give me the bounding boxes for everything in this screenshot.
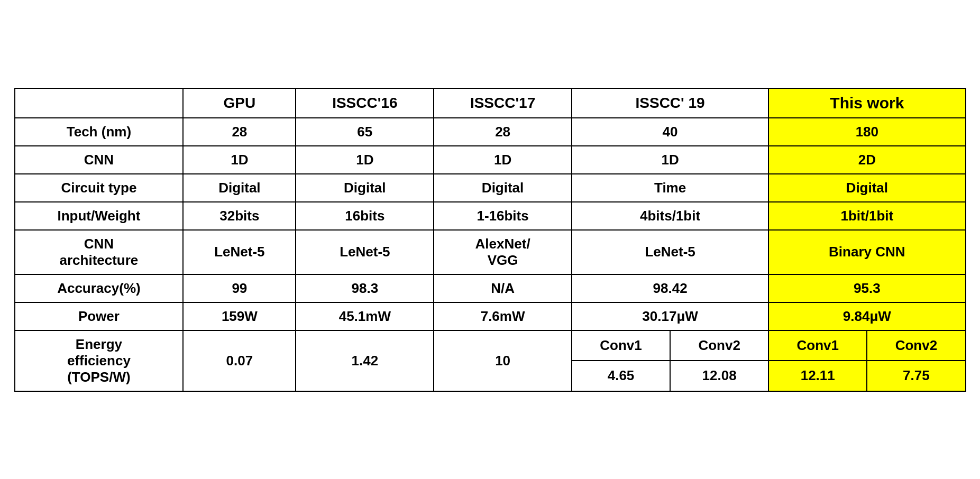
cell-gpu-power: 159W [183, 302, 296, 330]
cell-isscc19-energy-subh2: Conv2 [670, 330, 768, 361]
cell-thiswork-arch: Binary CNN [768, 230, 965, 274]
cell-thiswork-energy-subh1: Conv1 [768, 330, 867, 361]
table-row: CNN 1D 1D 1D 1D 2D [15, 146, 966, 174]
cell-isscc19-tech: 40 [572, 118, 768, 146]
cell-thiswork-circuit: Digital [768, 174, 965, 202]
cell-isscc16-circuit: Digital [296, 174, 434, 202]
cell-isscc17-cnn: 1D [434, 146, 572, 174]
cell-isscc16-power: 45.1mW [296, 302, 434, 330]
cell-thiswork-cnn: 2D [768, 146, 965, 174]
header-isscc16: ISSCC'16 [296, 88, 434, 118]
cell-isscc19-power: 30.17μW [572, 302, 768, 330]
cell-isscc19-energy-val1: 4.65 [572, 361, 670, 391]
cell-thiswork-input: 1bit/1bit [768, 202, 965, 230]
cell-isscc19-circuit: Time [572, 174, 768, 202]
cell-gpu-cnn: 1D [183, 146, 296, 174]
table-row: Input/Weight 32bits 16bits 1-16bits 4bit… [15, 202, 966, 230]
header-isscc17: ISSCC'17 [434, 88, 572, 118]
table-row: Circuit type Digital Digital Digital Tim… [15, 174, 966, 202]
cell-isscc17-arch: AlexNet/VGG [434, 230, 572, 274]
cell-isscc17-input: 1-16bits [434, 202, 572, 230]
table-row: Accuracy(%) 99 98.3 N/A 98.42 95.3 [15, 274, 966, 302]
cell-thiswork-tech: 180 [768, 118, 965, 146]
cell-isscc16-tech: 65 [296, 118, 434, 146]
cell-gpu-energy: 0.07 [183, 330, 296, 391]
cell-isscc16-accuracy: 98.3 [296, 274, 434, 302]
label-input-weight: Input/Weight [15, 202, 184, 230]
cell-isscc19-arch: LeNet-5 [572, 230, 768, 274]
cell-isscc19-accuracy: 98.42 [572, 274, 768, 302]
cell-isscc16-cnn: 1D [296, 146, 434, 174]
header-gpu: GPU [183, 88, 296, 118]
label-circuit-type: Circuit type [15, 174, 184, 202]
cell-gpu-accuracy: 99 [183, 274, 296, 302]
cell-isscc19-energy-val2: 12.08 [670, 361, 768, 391]
cell-thiswork-energy-val2: 7.75 [867, 361, 965, 391]
label-cnn-arch: CNNarchitecture [15, 230, 184, 274]
cell-isscc16-energy: 1.42 [296, 330, 434, 391]
cell-isscc19-energy-subh1: Conv1 [572, 330, 670, 361]
cell-isscc17-tech: 28 [434, 118, 572, 146]
cell-thiswork-energy-subh2: Conv2 [867, 330, 965, 361]
cell-gpu-tech: 28 [183, 118, 296, 146]
label-accuracy: Accuracy(%) [15, 274, 184, 302]
cell-thiswork-energy-val1: 12.11 [768, 361, 867, 391]
cell-gpu-circuit: Digital [183, 174, 296, 202]
table-row: Energyefficiency(TOPS/W) 0.07 1.42 10 Co… [15, 330, 966, 361]
header-this-work: This work [768, 88, 965, 118]
cell-isscc17-power: 7.6mW [434, 302, 572, 330]
label-cnn: CNN [15, 146, 184, 174]
cell-isscc17-energy: 10 [434, 330, 572, 391]
label-energy-eff: Energyefficiency(TOPS/W) [15, 330, 184, 391]
cell-gpu-arch: LeNet-5 [183, 230, 296, 274]
table-row: Tech (nm) 28 65 28 40 180 [15, 118, 966, 146]
cell-isscc17-circuit: Digital [434, 174, 572, 202]
cell-isscc17-accuracy: N/A [434, 274, 572, 302]
cell-isscc16-input: 16bits [296, 202, 434, 230]
header-isscc19: ISSCC' 19 [572, 88, 768, 118]
table-row: CNNarchitecture LeNet-5 LeNet-5 AlexNet/… [15, 230, 966, 274]
table-container: GPU ISSCC'16 ISSCC'17 ISSCC' 19 This wor… [0, 0, 980, 479]
header-empty [15, 88, 184, 118]
comparison-table: GPU ISSCC'16 ISSCC'17 ISSCC' 19 This wor… [14, 88, 966, 392]
cell-thiswork-power: 9.84μW [768, 302, 965, 330]
cell-isscc16-arch: LeNet-5 [296, 230, 434, 274]
label-power: Power [15, 302, 184, 330]
cell-gpu-input: 32bits [183, 202, 296, 230]
cell-thiswork-accuracy: 95.3 [768, 274, 965, 302]
label-tech: Tech (nm) [15, 118, 184, 146]
cell-isscc19-input: 4bits/1bit [572, 202, 768, 230]
table-row: Power 159W 45.1mW 7.6mW 30.17μW 9.84μW [15, 302, 966, 330]
cell-isscc19-cnn: 1D [572, 146, 768, 174]
